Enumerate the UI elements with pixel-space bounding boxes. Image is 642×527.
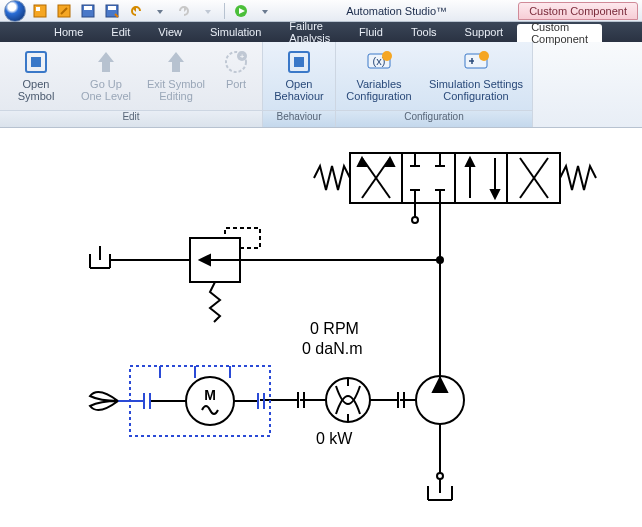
title-bar: Automation Studio™ Custom Component xyxy=(0,0,642,22)
qat-btn-1[interactable] xyxy=(30,1,50,21)
tab-view[interactable]: View xyxy=(144,22,196,42)
tab-failure-analysis[interactable]: Failure Analysis xyxy=(275,22,345,42)
open-behaviour-icon xyxy=(285,48,313,76)
group-title-configuration: Configuration xyxy=(336,110,532,127)
svg-point-17 xyxy=(382,51,392,61)
svg-text:+: + xyxy=(240,52,245,61)
open-behaviour-button[interactable]: OpenBehaviour xyxy=(269,48,329,102)
open-symbol-l2: Symbol xyxy=(18,90,55,102)
measurement-symbol xyxy=(326,378,370,422)
quick-access-toolbar xyxy=(30,1,275,21)
directional-valve-symbol xyxy=(314,153,596,203)
port-button: + Port xyxy=(216,48,256,90)
qat-undo-dropdown[interactable] xyxy=(150,1,170,21)
tab-tools[interactable]: Tools xyxy=(397,22,451,42)
variables-config-icon: (x) xyxy=(365,48,393,76)
ribbon-group-configuration: (x) VariablesConfiguration Simulation Se… xyxy=(336,42,533,127)
drawing-canvas[interactable]: M 0 RPM 0 daN.m 0 kW xyxy=(0,128,642,527)
qat-saveas-icon[interactable] xyxy=(102,1,122,21)
group-title-behaviour: Behaviour xyxy=(263,110,335,127)
fan-symbol xyxy=(90,392,118,410)
relief-valve-symbol xyxy=(190,228,260,322)
svg-rect-4 xyxy=(84,6,92,10)
tab-support[interactable]: Support xyxy=(451,22,518,42)
torque-reading: 0 daN.m xyxy=(302,340,362,358)
go-up-button: Go UpOne Level xyxy=(76,48,136,102)
port-icon: + xyxy=(222,48,250,76)
qat-redo-dropdown[interactable] xyxy=(198,1,218,21)
qat-undo-icon[interactable] xyxy=(126,1,146,21)
svg-rect-6 xyxy=(108,6,116,10)
app-orb-button[interactable] xyxy=(4,0,26,22)
exit-symbol-icon xyxy=(162,48,190,76)
svg-point-39 xyxy=(412,217,418,223)
qat-run-icon[interactable] xyxy=(231,1,251,21)
power-reading: 0 kW xyxy=(316,430,352,448)
rpm-reading: 0 RPM xyxy=(310,320,359,338)
ribbon: OpenSymbol Go UpOne Level Exit SymbolEdi… xyxy=(0,42,642,128)
tab-custom-component[interactable]: Custom Component xyxy=(517,24,602,42)
simulation-settings-button[interactable]: Simulation SettingsConfiguration xyxy=(426,48,526,102)
qat-btn-2[interactable] xyxy=(54,1,74,21)
group-title-edit: Edit xyxy=(0,110,262,127)
motor-letter: M xyxy=(204,387,216,403)
go-up-icon xyxy=(92,48,120,76)
svg-rect-9 xyxy=(31,57,41,67)
ribbon-tab-bar: Home Edit View Simulation Failure Analys… xyxy=(0,22,642,42)
electric-motor-symbol: M xyxy=(118,366,270,436)
tab-home[interactable]: Home xyxy=(40,22,97,42)
open-symbol-l1: Open xyxy=(23,78,50,90)
tab-simulation[interactable]: Simulation xyxy=(196,22,275,42)
qat-separator xyxy=(224,3,225,19)
svg-rect-1 xyxy=(36,7,40,11)
open-symbol-icon xyxy=(22,48,50,76)
contextual-tab-label: Custom Component xyxy=(518,2,638,20)
simulation-settings-icon xyxy=(462,48,490,76)
app-title: Automation Studio™ xyxy=(275,5,518,17)
qat-redo-icon[interactable] xyxy=(174,1,194,21)
ribbon-group-behaviour: OpenBehaviour Behaviour xyxy=(263,42,336,127)
tank-left-symbol xyxy=(90,246,110,268)
svg-point-19 xyxy=(479,51,489,61)
ribbon-group-edit: OpenSymbol Go UpOne Level Exit SymbolEdi… xyxy=(0,42,263,127)
exit-symbol-button: Exit SymbolEditing xyxy=(146,48,206,102)
tab-edit[interactable]: Edit xyxy=(97,22,144,42)
qat-run-dropdown[interactable] xyxy=(255,1,275,21)
svg-rect-14 xyxy=(294,57,304,67)
variables-config-button[interactable]: (x) VariablesConfiguration xyxy=(342,48,416,102)
open-symbol-button[interactable]: OpenSymbol xyxy=(6,48,66,102)
qat-save-icon[interactable] xyxy=(78,1,98,21)
tab-fluid[interactable]: Fluid xyxy=(345,22,397,42)
svg-point-53 xyxy=(437,473,443,479)
pump-symbol xyxy=(416,376,464,424)
